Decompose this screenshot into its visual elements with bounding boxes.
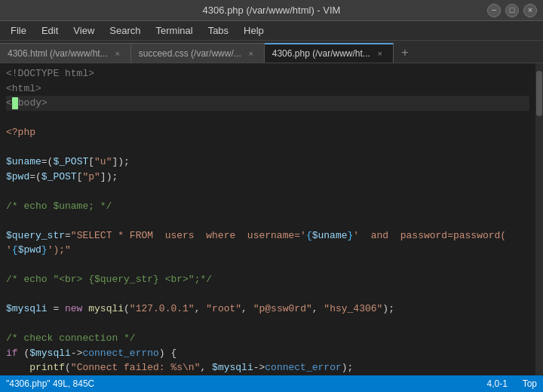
scrollbar-thumb[interactable] (536, 71, 542, 116)
menu-search[interactable]: Search (102, 23, 148, 38)
code-line-1: <!DOCTYPE html> (6, 66, 529, 81)
tab-bar: 4306.html (/var/www/ht... × succeed.css … (0, 41, 543, 63)
code-line-22: exit(); (6, 375, 529, 376)
menu-file[interactable]: File (3, 23, 34, 38)
code-line-13: '{$pwd}');" (6, 243, 529, 258)
code-line-9 (6, 184, 529, 199)
code-line-15: /* echo "<br> {$query_str} <br>";*/ (6, 272, 529, 287)
title-bar: 4306.php (/var/www/html) - VIM − □ × (0, 0, 543, 21)
tab-label: succeed.css (/var/www/... (139, 48, 241, 59)
code-line-3: <body> (6, 96, 529, 111)
tab-add-button[interactable]: + (394, 43, 416, 63)
menu-view[interactable]: View (66, 23, 102, 38)
tab-label: 4306.php (/var/www/ht... (272, 48, 370, 59)
code-line-12: $query_str="SELECT * FROM users where us… (6, 228, 529, 243)
code-line-20: if ($mysqli->connect_errno) { (6, 346, 529, 361)
code-line-21: printf("Connect failed: %s\n", $mysqli->… (6, 360, 529, 375)
code-line-16 (6, 287, 529, 302)
code-line-14 (6, 258, 529, 273)
status-position: 4,0-1 Top (486, 378, 537, 389)
code-line-19: /* check connection */ (6, 331, 529, 346)
status-file-info: "4306.php" 49L, 845C (6, 378, 94, 389)
status-bar: "4306.php" 49L, 845C 4,0-1 Top (0, 375, 543, 392)
maximize-button[interactable]: □ (505, 4, 519, 17)
code-line-17: $mysqli = new mysqli("127.0.0.1", "root"… (6, 302, 529, 317)
code-line-5: <?php (6, 125, 529, 140)
menu-edit[interactable]: Edit (34, 23, 66, 38)
code-line-11 (6, 213, 529, 228)
window-controls: − □ × (487, 4, 537, 17)
tab-close-succeedcss[interactable]: × (246, 48, 256, 59)
code-line-18 (6, 317, 529, 332)
close-button[interactable]: × (523, 4, 537, 17)
editor-area: <!DOCTYPE html> <html> <body> <?php $una… (0, 63, 543, 375)
menu-tabs[interactable]: Tabs (201, 23, 236, 38)
code-editor[interactable]: <!DOCTYPE html> <html> <body> <?php $una… (0, 63, 535, 375)
menu-help[interactable]: Help (236, 23, 272, 38)
tab-close-4306html[interactable]: × (112, 48, 123, 59)
vertical-scrollbar[interactable] (535, 63, 543, 375)
tab-label: 4306.html (/var/www/ht... (8, 48, 108, 59)
code-line-8: $pwd=($_POST["p"]); (6, 170, 529, 185)
minimize-button[interactable]: − (487, 4, 501, 17)
code-line-10: /* echo $uname; */ (6, 199, 529, 214)
tab-4306php[interactable]: 4306.php (/var/www/ht... × (265, 43, 394, 63)
menu-bar: File Edit View Search Terminal Tabs Help (0, 21, 543, 41)
code-line-7: $uname=($_POST["u"]); (6, 155, 529, 170)
tab-succeedcss[interactable]: succeed.css (/var/www/... × (131, 43, 265, 63)
window-title: 4306.php (/var/www/html) - VIM (203, 5, 341, 16)
tab-close-4306php[interactable]: × (375, 48, 385, 59)
menu-terminal[interactable]: Terminal (149, 23, 201, 38)
code-line-6 (6, 140, 529, 155)
code-line-2: <html> (6, 81, 529, 96)
tab-4306html[interactable]: 4306.html (/var/www/ht... × (0, 43, 131, 63)
code-line-4 (6, 111, 529, 126)
